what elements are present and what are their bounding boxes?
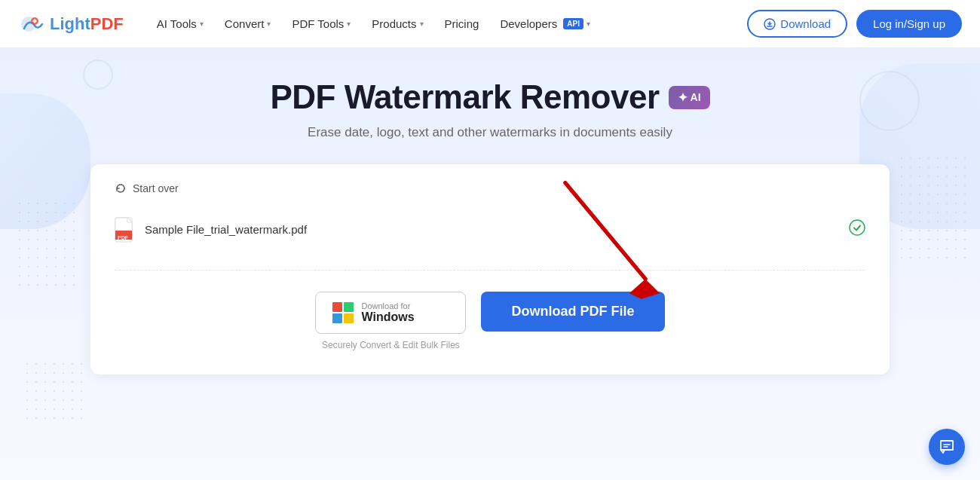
- nav-item-convert[interactable]: Convert ▾: [216, 11, 280, 36]
- download-pdf-button[interactable]: Download PDF File: [481, 292, 664, 332]
- windows-button-text: Download for Windows: [361, 301, 414, 324]
- refresh-icon: [115, 182, 127, 194]
- nav-item-products[interactable]: Products ▾: [363, 11, 432, 36]
- dots-bottom-left: [23, 359, 83, 420]
- chevron-down-icon: ▾: [420, 20, 424, 28]
- download-button[interactable]: Download: [747, 10, 847, 38]
- page-title: PDF Watermark Remover: [270, 78, 659, 116]
- chevron-down-icon: ▾: [200, 20, 204, 28]
- chevron-down-icon: ▾: [586, 20, 590, 28]
- ai-badge: ✦ AI: [669, 86, 710, 109]
- nav-item-pricing[interactable]: Pricing: [436, 11, 488, 36]
- main-content: PDF Watermark Remover ✦ AI Erase date, l…: [0, 48, 980, 480]
- page-title-wrap: PDF Watermark Remover ✦ AI: [270, 78, 709, 116]
- tool-card: Start over PDF Sample File_trial_waterma…: [90, 164, 890, 375]
- start-over-button[interactable]: Start over: [115, 182, 865, 194]
- svg-text:PDF: PDF: [118, 235, 129, 240]
- nav-item-ai-tools[interactable]: AI Tools ▾: [148, 11, 213, 36]
- bg-circle-left: [83, 60, 113, 90]
- logo[interactable]: LightPDF: [18, 11, 124, 38]
- pdf-file-icon: PDF: [115, 217, 136, 241]
- secure-text: Securely Convert & Edit Bulk Files: [322, 340, 460, 350]
- chevron-down-icon: ▾: [347, 20, 351, 28]
- win-blue-square: [332, 313, 342, 323]
- file-row: PDF Sample File_trial_watermark.pdf: [115, 209, 865, 249]
- check-icon: [849, 219, 865, 240]
- dots-left: [15, 199, 75, 289]
- dots-right: [897, 154, 972, 259]
- login-button[interactable]: Log in/Sign up: [856, 10, 962, 38]
- file-name: Sample File_trial_watermark.pdf: [145, 223, 840, 236]
- download-icon: [764, 18, 776, 30]
- win-red-square: [332, 302, 342, 312]
- svg-point-7: [850, 220, 865, 235]
- sparkle-icon: ✦: [678, 90, 688, 105]
- nav-items: AI Tools ▾ Convert ▾ PDF Tools ▾ Product…: [148, 11, 748, 36]
- chevron-down-icon: ▾: [267, 20, 271, 28]
- win-green-square: [344, 302, 354, 312]
- chat-icon: [938, 438, 956, 456]
- navbar: LightPDF AI Tools ▾ Convert ▾ PDF Tools …: [0, 0, 980, 48]
- divider: [115, 270, 865, 271]
- nav-item-developers[interactable]: Developers API ▾: [491, 11, 599, 36]
- nav-right: Download Log in/Sign up: [747, 10, 962, 38]
- api-badge: API: [563, 18, 583, 29]
- windows-download-wrap: Download for Windows Securely Convert & …: [315, 292, 466, 350]
- download-windows-button[interactable]: Download for Windows: [315, 292, 466, 334]
- page-subtitle: Erase date, logo, text and other waterma…: [0, 125, 980, 140]
- logo-text: LightPDF: [50, 14, 124, 34]
- nav-item-pdf-tools[interactable]: PDF Tools ▾: [283, 11, 360, 36]
- bg-circle-right: [859, 71, 920, 131]
- win-yellow-square: [344, 313, 354, 323]
- chat-bubble-button[interactable]: [929, 429, 965, 465]
- action-row: Download for Windows Securely Convert & …: [115, 292, 865, 350]
- windows-logo-icon: [332, 302, 354, 323]
